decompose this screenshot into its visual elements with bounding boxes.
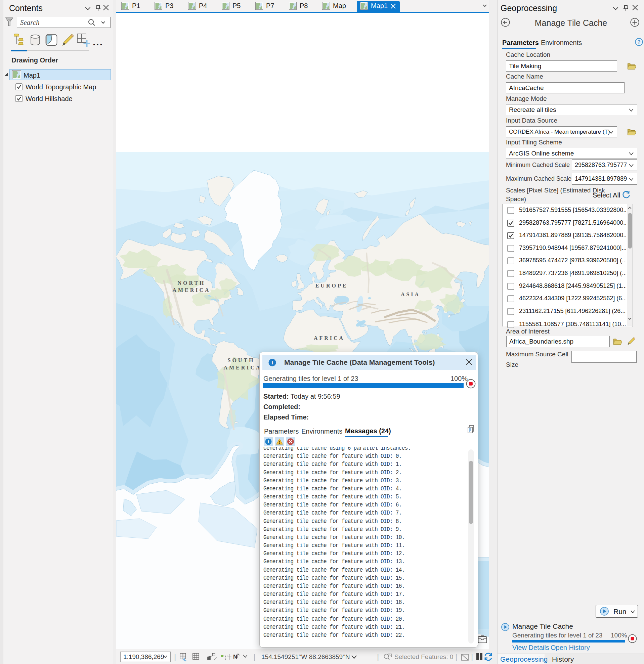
svg-text:i: i: [271, 360, 273, 366]
svg-text:?: ?: [637, 39, 640, 45]
svg-text:AFRICA: AFRICA: [314, 335, 345, 341]
svg-text:EUROPE: EUROPE: [315, 283, 348, 289]
svg-text:i: i: [268, 439, 269, 444]
svg-text:ASIA: ASIA: [401, 292, 420, 297]
svg-text:AMERICA: AMERICA: [172, 287, 210, 293]
svg-text:SOUTH: SOUTH: [227, 357, 255, 363]
svg-text:NORTH: NORTH: [178, 280, 205, 286]
svg-text:N: N: [233, 653, 237, 660]
svg-text:AMERICA: AMERICA: [223, 365, 262, 371]
